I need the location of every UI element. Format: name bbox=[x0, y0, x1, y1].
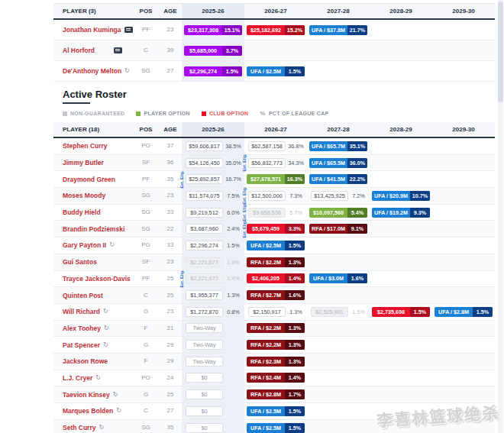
player-name-link[interactable]: Seth Curry bbox=[63, 424, 95, 431]
player-status-icon: ↻ bbox=[103, 309, 108, 315]
salary-pct: 1.5% bbox=[285, 241, 305, 250]
header-year[interactable]: 2026-27 bbox=[244, 126, 307, 133]
salary-badge-maroon: RFA / $17.0M9.1% bbox=[309, 224, 367, 234]
header-year[interactable]: 2025-26 bbox=[182, 122, 244, 137]
player-name-link[interactable]: Gary Payton II bbox=[63, 241, 106, 249]
year-cell: $2,296,2741.5% bbox=[182, 238, 244, 254]
header-year[interactable]: 2027-28 bbox=[307, 8, 370, 15]
legend-label: NON-GUARANTEED bbox=[70, 111, 124, 116]
year-cell: $1,955,3771.3% bbox=[182, 287, 244, 303]
table-row: Jimmy ButlerSF36$54,126,45035.0%Ext. Eli… bbox=[53, 155, 495, 172]
salary-badge-blue: UFA / $2.5M1.5% bbox=[247, 241, 305, 250]
salary-pct: 9.1% bbox=[347, 224, 367, 234]
player-cell: Taevion Kinsey↻ bbox=[53, 386, 133, 402]
year-cell: UFA / $41.5M22.2% bbox=[307, 171, 370, 187]
player-name-link[interactable]: Stephen Curry bbox=[63, 142, 108, 150]
salary-value-wrap: Two-Way bbox=[182, 340, 244, 350]
salary-badge-blue: UFA / $41.5M22.2% bbox=[309, 174, 367, 184]
header-year[interactable]: 2025-26 bbox=[182, 4, 244, 18]
player-cell: Seth Curry↻ bbox=[53, 420, 133, 433]
salary-value-box: $25,892,857 bbox=[186, 174, 223, 184]
year-cell: $10,097,5605.4% bbox=[307, 205, 370, 221]
header-year[interactable]: 2028-29 bbox=[370, 8, 432, 15]
player-cell: Gary Payton II↻ bbox=[53, 238, 133, 254]
header-player[interactable]: PLAYER (18) bbox=[53, 126, 133, 133]
year-cell: UFA / $19.2M9.3% bbox=[370, 205, 432, 221]
table-row: Will Richard↻G23$1,272,8700.8%$2,150,917… bbox=[53, 304, 495, 321]
salary-pct: 1.5% bbox=[285, 66, 305, 76]
contract-tag-icon bbox=[114, 47, 122, 53]
salary-value-wrap: $0 bbox=[182, 423, 244, 433]
salary-value-wrap: $0 bbox=[182, 389, 244, 399]
year-cell bbox=[432, 238, 495, 254]
pos-cell: PF bbox=[133, 276, 159, 282]
legend-label: CLUB OPTION bbox=[209, 111, 249, 116]
year-cell bbox=[370, 171, 432, 187]
salary-pct: 3.7% bbox=[222, 46, 242, 56]
header-year[interactable]: 2027-28 bbox=[307, 126, 370, 133]
salary-value-box: $62,587,158 bbox=[248, 141, 286, 151]
year-cell bbox=[307, 321, 370, 337]
player-status-icon: ↻ bbox=[104, 325, 109, 331]
player-name-link[interactable]: Jackson Rowe bbox=[63, 357, 108, 365]
player-name-link[interactable]: Trayce Jackson-Davis bbox=[63, 275, 131, 283]
year-cell bbox=[307, 254, 370, 270]
salary-pct: 1.5% bbox=[223, 242, 244, 249]
player-name-link[interactable]: Al Horford bbox=[63, 47, 95, 54]
salary-badge-red: $2,735,6981.5% bbox=[372, 307, 430, 317]
year-cell: $62,587,15836.8% bbox=[244, 138, 307, 154]
year-cell bbox=[307, 386, 370, 402]
salary-pct: 1.5% bbox=[285, 423, 305, 433]
player-name-link[interactable]: L.J. Cryer bbox=[63, 374, 92, 382]
player-name-link[interactable]: Alex Toohey bbox=[63, 325, 101, 332]
player-name-link[interactable]: Pat Spencer bbox=[63, 341, 100, 349]
header-age[interactable]: AGE bbox=[159, 126, 182, 133]
salary-badge-blue: UFA / $2.8M1.5% bbox=[435, 307, 493, 317]
salary-value-wrap: $9,219,5126.0% bbox=[182, 208, 244, 218]
header-pos[interactable]: POS bbox=[133, 126, 159, 133]
salary-amount: UFA / $65.7M bbox=[309, 141, 347, 151]
header-player[interactable]: PLAYER (3) bbox=[53, 8, 133, 15]
header-year[interactable]: 2029-30 bbox=[432, 126, 495, 133]
year-cell: $59,606,81738.5% bbox=[182, 138, 244, 154]
header-age[interactable]: AGE bbox=[159, 8, 182, 15]
legend-item-pct-of-league-cap: %PCT OF LEAGUE CAP bbox=[260, 110, 328, 117]
player-name-link[interactable]: Brandin Podziemski bbox=[63, 225, 124, 233]
salary-pct: 2.4% bbox=[223, 225, 244, 232]
player-name-link[interactable]: Draymond Green bbox=[63, 176, 115, 183]
salary-amount: RFA / $2.2M bbox=[247, 323, 285, 333]
salary-value-box: Two-Way bbox=[186, 357, 223, 367]
year-cell bbox=[307, 420, 370, 433]
year-cell: Ext. Elig.$5,679,4593.3% bbox=[244, 221, 307, 237]
player-name-link[interactable]: Jimmy Butler bbox=[63, 159, 104, 166]
player-name-link[interactable]: De'Anthony Melton bbox=[63, 67, 121, 75]
salary-amount: RFA / $2.2M bbox=[247, 257, 285, 267]
header-year[interactable]: 2029-30 bbox=[432, 8, 495, 15]
pos-cell: C bbox=[133, 292, 159, 299]
salary-pct: 5.7% bbox=[286, 209, 306, 216]
salary-pct: 5.4% bbox=[347, 208, 367, 218]
header-pos[interactable]: POS bbox=[133, 8, 159, 15]
age-cell: 33 bbox=[159, 242, 182, 248]
player-name-link[interactable]: Buddy Hield bbox=[63, 208, 101, 216]
player-status-icon: ↻ bbox=[116, 408, 121, 414]
year-cell bbox=[244, 40, 307, 60]
player-name-link[interactable]: Jonathan Kuminga bbox=[63, 26, 121, 34]
salary-badge-blue: UFA / $2.5M1.5% bbox=[247, 406, 305, 416]
salary-value-box: $54,126,450 bbox=[186, 158, 223, 168]
player-name-link[interactable]: Moses Moody bbox=[63, 192, 105, 199]
salary-pct: 1.5% bbox=[285, 406, 305, 416]
salary-value-box: $2,296,274 bbox=[186, 241, 223, 250]
player-name-link[interactable]: Marques Bolden bbox=[63, 407, 113, 415]
player-name-link[interactable]: Gui Santos bbox=[63, 258, 97, 266]
header-year[interactable]: 2028-29 bbox=[370, 126, 432, 133]
table-row: Gary Payton II↻PG33$2,296,2741.5%UFA / $… bbox=[53, 238, 495, 254]
player-name-link[interactable]: Taevion Kinsey bbox=[63, 391, 110, 399]
scrollbar-thumb[interactable] bbox=[498, 2, 503, 102]
year-cell: $25,182,69215.2% bbox=[244, 20, 307, 40]
header-year[interactable]: 2026-27 bbox=[244, 8, 307, 15]
player-name-link[interactable]: Will Richard bbox=[63, 308, 100, 315]
salary-pct: 35.1% bbox=[347, 141, 367, 151]
player-name-link[interactable]: Quinten Post bbox=[63, 292, 103, 299]
year-cell bbox=[432, 337, 495, 353]
